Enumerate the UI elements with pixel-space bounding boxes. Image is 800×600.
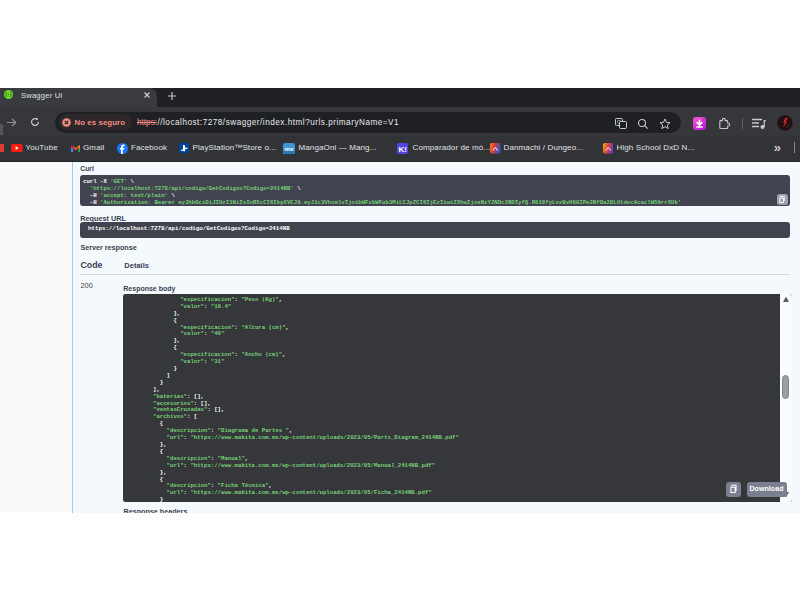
svg-text:mx: mx <box>284 146 293 152</box>
svg-text:K!: K! <box>398 145 406 154</box>
